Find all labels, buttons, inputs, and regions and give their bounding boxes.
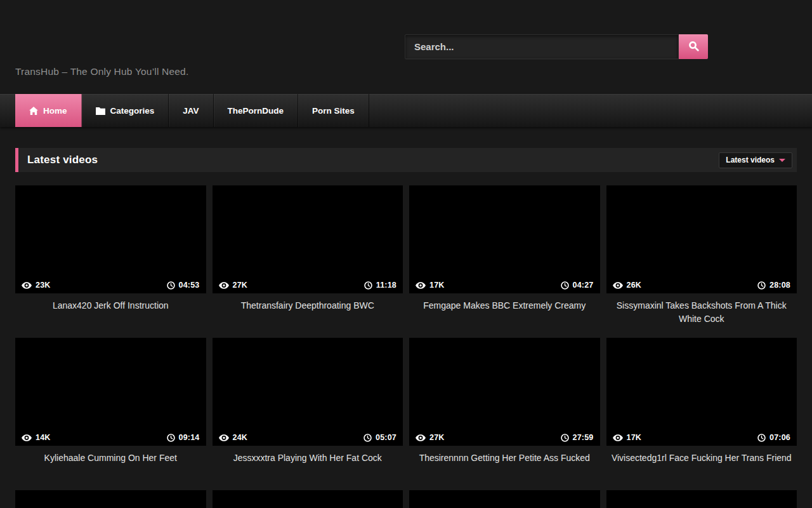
- video-thumbnail[interactable]: 17K 04:27: [409, 185, 600, 293]
- clock-icon: [561, 281, 569, 290]
- eye-icon: [219, 434, 229, 441]
- duration-stat: 28:08: [757, 281, 790, 290]
- video-card[interactable]: 24K 05:07 Jessxxxtra Playing With Her Fa…: [213, 338, 403, 490]
- nav-label: JAV: [183, 106, 199, 116]
- sort-dropdown-button[interactable]: Latest videos: [719, 152, 792, 168]
- views-stat: 14K: [22, 433, 51, 442]
- nav-label: Porn Sites: [312, 106, 355, 116]
- video-title[interactable]: Jessxxxtra Playing With Her Fat Cock: [213, 451, 403, 465]
- view-count: 14K: [36, 433, 51, 442]
- nav-link-theporndude[interactable]: ThePornDude: [214, 94, 299, 127]
- duration-stat: 09:14: [167, 433, 200, 442]
- video-title[interactable]: Thesirennnn Getting Her Petite Ass Fucke…: [409, 451, 600, 465]
- nav-link-jav[interactable]: JAV: [169, 94, 213, 127]
- video-thumbnail[interactable]: 17K 07:06: [606, 338, 797, 446]
- duration: 04:27: [573, 281, 594, 290]
- video-card[interactable]: 27K 27:59 Thesirennnn Getting Her Petite…: [409, 338, 600, 490]
- section-title: Latest videos: [27, 154, 98, 166]
- duration: 09:14: [179, 433, 200, 442]
- search-form: [405, 34, 708, 59]
- view-count: 24K: [233, 433, 248, 442]
- nav-item-categories: Categories: [82, 94, 169, 127]
- video-thumbnail[interactable]: [15, 490, 206, 508]
- nav-list: Home Categories JAV ThePornDude: [15, 94, 812, 127]
- folder-icon: [96, 107, 105, 115]
- view-count: 23K: [36, 281, 51, 290]
- video-title[interactable]: Lanax420 Jerk Off Instruction: [15, 299, 206, 312]
- video-card[interactable]: 23K 04:53 Lanax420 Jerk Off Instruction: [15, 185, 206, 338]
- view-count: 27K: [429, 433, 445, 442]
- video-card[interactable]: 17K 04:27 Femgape Makes BBC Extremely Cr…: [409, 185, 600, 338]
- video-thumbnail[interactable]: 14K 09:14: [15, 338, 206, 446]
- nav-label: ThePornDude: [228, 106, 284, 116]
- video-grid: 23K 04:53 Lanax420 Jerk Off Instruction …: [15, 185, 797, 508]
- video-stats: 26K 28:08: [606, 277, 797, 293]
- eye-icon: [613, 434, 623, 441]
- main-content: Latest videos Latest videos 23K 04:53: [15, 148, 797, 508]
- duration: 11:18: [376, 281, 396, 290]
- clock-icon: [757, 434, 766, 442]
- video-thumbnail[interactable]: [606, 490, 797, 508]
- eye-icon: [22, 282, 32, 289]
- eye-icon: [219, 282, 229, 289]
- nav-link-porn-sites[interactable]: Porn Sites: [298, 94, 369, 127]
- video-thumbnail[interactable]: [409, 490, 600, 508]
- views-stat: 17K: [613, 433, 642, 442]
- clock-icon: [363, 434, 372, 442]
- video-thumbnail[interactable]: 27K 27:59: [409, 338, 600, 446]
- eye-icon: [613, 282, 623, 289]
- nav-label: Home: [43, 106, 67, 116]
- nav-link-categories[interactable]: Categories: [82, 94, 169, 127]
- video-title[interactable]: Sissymaxinl Takes Backshots From A Thick…: [606, 299, 797, 326]
- home-icon: [29, 107, 38, 115]
- video-title[interactable]: Femgape Makes BBC Extremely Creamy: [409, 299, 600, 312]
- search-button[interactable]: [679, 34, 708, 59]
- views-stat: 23K: [22, 281, 51, 290]
- duration: 04:53: [179, 281, 200, 290]
- caret-down-icon: [779, 159, 785, 162]
- views-stat: 17K: [416, 281, 445, 290]
- views-stat: 27K: [416, 433, 445, 442]
- video-title[interactable]: Thetransfairy Deepthroating BWC: [213, 299, 403, 312]
- nav-link-home[interactable]: Home: [15, 94, 82, 127]
- duration-stat: 11:18: [364, 281, 396, 290]
- nav-item-theporndude: ThePornDude: [214, 94, 299, 127]
- duration-stat: 04:27: [561, 281, 594, 290]
- duration: 05:07: [376, 433, 396, 442]
- video-thumbnail[interactable]: 26K 28:08: [606, 185, 797, 293]
- video-stats: 17K 04:27: [409, 277, 600, 293]
- clock-icon: [167, 281, 175, 290]
- clock-icon: [757, 281, 766, 290]
- video-thumbnail[interactable]: 24K 05:07: [213, 338, 403, 446]
- video-stats: 24K 05:07: [213, 429, 403, 446]
- video-stats: 17K 07:06: [606, 429, 797, 446]
- nav-label: Categories: [110, 106, 155, 116]
- video-thumbnail[interactable]: [213, 490, 403, 508]
- video-thumbnail[interactable]: 23K 04:53: [15, 185, 206, 293]
- video-title[interactable]: Vivisectedg1rl Face Fucking Her Trans Fr…: [606, 451, 797, 465]
- eye-icon: [416, 282, 426, 289]
- duration-stat: 27:59: [561, 433, 594, 442]
- video-card[interactable]: 26K 28:08 Sissymaxinl Takes Backshots Fr…: [606, 185, 797, 338]
- video-title[interactable]: Kyliehaale Cumming On Her Feet: [15, 451, 206, 465]
- duration-stat: 04:53: [167, 281, 200, 290]
- nav-item-porn-sites: Porn Sites: [298, 94, 369, 127]
- video-card[interactable]: 27K 11:18 Thetransfairy Deepthroating BW…: [213, 185, 403, 338]
- video-card[interactable]: 17K 07:06 Vivisectedg1rl Face Fucking He…: [606, 338, 797, 490]
- section-header: Latest videos Latest videos: [15, 148, 797, 172]
- video-card[interactable]: 14K 09:14 Kyliehaale Cumming On Her Feet: [15, 338, 206, 490]
- main-nav: Home Categories JAV ThePornDude: [0, 94, 812, 127]
- views-stat: 27K: [219, 281, 248, 290]
- eye-icon: [22, 434, 32, 441]
- nav-item-home: Home: [15, 94, 82, 127]
- view-count: 26K: [627, 281, 642, 290]
- site-header: TransHub – The Only Hub You’ll Need.: [0, 0, 812, 94]
- sort-dropdown-label: Latest videos: [726, 156, 775, 164]
- clock-icon: [167, 434, 175, 442]
- duration: 07:06: [769, 433, 790, 442]
- views-stat: 26K: [613, 281, 642, 290]
- video-thumbnail[interactable]: 27K 11:18: [213, 185, 403, 293]
- eye-icon: [416, 434, 426, 441]
- nav-item-jav: JAV: [169, 94, 213, 127]
- search-input[interactable]: [405, 34, 679, 59]
